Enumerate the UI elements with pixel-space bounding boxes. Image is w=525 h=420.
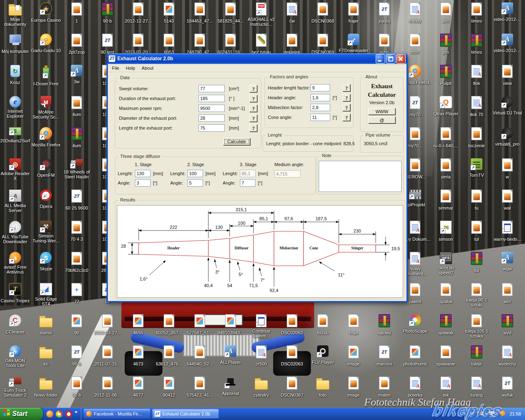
desktop-icon-184453-47[interactable]: 184453_47... bbox=[184, 2, 215, 24]
desktop-icon-6053[interactable]: 6053 bbox=[153, 34, 185, 55]
midsection-factor-input[interactable] bbox=[310, 104, 330, 111]
network-icon[interactable] bbox=[488, 411, 495, 416]
desktop-icon-4um[interactable]: 4um bbox=[61, 96, 92, 118]
desktop-icon-70-4-3[interactable]: 70 4 3 bbox=[61, 221, 92, 242]
menu-item-help[interactable]: Help bbox=[123, 65, 139, 71]
desktop-icon-5143[interactable]: 5143 bbox=[153, 2, 185, 24]
menu-item-file[interactable]: File bbox=[109, 65, 123, 71]
overflow-chevron-icon[interactable]: » bbox=[75, 409, 78, 415]
desktop-icon-wydechy[interactable]: Awydechy bbox=[492, 345, 523, 367]
cone-angle-input[interactable] bbox=[310, 114, 330, 121]
desktop-icon-2010-03-27[interactable]: 2010-03-27... bbox=[92, 314, 123, 336]
desktop-icon-wyfuk[interactable]: 2Twyfuk bbox=[492, 377, 523, 398]
desktop-icon-view[interactable]: view bbox=[492, 65, 523, 87]
desktop-icon-527587-51[interactable]: 527587_51... bbox=[184, 314, 215, 336]
desktop-icon-tuleja-105-1-sztuka[interactable]: tuleja 105 1 sztuka bbox=[461, 314, 492, 339]
diameter-of-the-exhaust-port-input[interactable] bbox=[199, 114, 225, 122]
email-button[interactable]: @ bbox=[368, 116, 395, 123]
desktop-icon-times[interactable]: times bbox=[461, 34, 492, 55]
desktop-icon-77[interactable]: ✈77 bbox=[61, 283, 92, 305]
help-button[interactable]: ? bbox=[342, 84, 350, 91]
desktop-icon-60252-357[interactable]: 60252_357... bbox=[153, 314, 185, 336]
desktop-icon-opera[interactable]: ↗Opera bbox=[30, 189, 62, 210]
tray-clock[interactable]: 21:58 bbox=[509, 411, 521, 416]
header-lenght-factor-input[interactable] bbox=[310, 84, 330, 91]
help-button[interactable]: ? bbox=[342, 104, 350, 111]
desktop-icon-248790-47[interactable]: 248790_47... bbox=[184, 34, 215, 55]
desktop-icon-2pt7zop[interactable]: 2pt7zop bbox=[61, 34, 92, 55]
desktop-icon-20dollars2surf[interactable]: $↗20Dollars2Surf bbox=[0, 127, 31, 144]
desktop-icon-simmar[interactable]: simmar bbox=[430, 189, 461, 211]
desktop-icon-2012-11-06[interactable]: 2012-11-06... bbox=[92, 377, 123, 398]
desktop-icon-asio4all-v2-instructio[interactable]: PDF↗ASIO4ALL v2 Instructio... bbox=[246, 2, 277, 27]
desktop-icon-581825-44[interactable]: 581825_44... bbox=[215, 2, 246, 24]
desktop-icon-3w[interactable]: A↗3w bbox=[61, 65, 92, 85]
desktop-icon-virtualdj-pro[interactable]: ♪↗virtualdj_pro bbox=[492, 127, 523, 147]
desktop-icon-polerka[interactable]: Apolerka bbox=[399, 377, 431, 398]
calculate-button[interactable]: Calculate bbox=[223, 138, 250, 145]
desktop-icon-matim[interactable]: matim bbox=[369, 377, 400, 398]
desktop-icon-video-2012[interactable]: A↗video-2012-... bbox=[492, 34, 523, 54]
lenght-of-the-exhaust-port-input[interactable] bbox=[199, 124, 225, 132]
desktop-icon-allplayer[interactable]: A↗ALLPlayer bbox=[215, 345, 246, 365]
desktop-icon-photothumb[interactable]: photothumb bbox=[399, 345, 431, 367]
desktop-icon-cylindry[interactable]: cylindry bbox=[246, 377, 277, 398]
desktop-icon-w[interactable]: w bbox=[492, 158, 523, 180]
help-button[interactable]: ? bbox=[249, 85, 257, 92]
desktop-icon-tek[interactable]: Atek bbox=[430, 377, 461, 398]
desktop-icon-70bf62c3c0[interactable]: 70bf62c3c0 bbox=[61, 252, 92, 274]
stage-2-lenght-input[interactable] bbox=[187, 170, 203, 177]
menu-item-about[interactable]: About bbox=[138, 65, 157, 71]
desktop-icon-90-b[interactable]: 2T90 b bbox=[61, 345, 92, 367]
duration-of-the-exhaust-port-input[interactable] bbox=[199, 95, 225, 102]
stage-3-angle-input[interactable] bbox=[240, 179, 256, 187]
desktop-icon-fiszuu[interactable]: fiszuu bbox=[307, 314, 338, 336]
desktop-icon-2012-12-27[interactable]: 2012-12-27... bbox=[123, 2, 154, 24]
desktop-icon-575423-41[interactable]: 575423_41... bbox=[184, 377, 215, 398]
desktop-icon-mcafee-security-sc[interactable]: M↗McAfee Security Sc... bbox=[30, 96, 62, 120]
swept-volume-input[interactable] bbox=[199, 85, 225, 92]
minimize-button[interactable] bbox=[376, 54, 385, 64]
avast-icon[interactable] bbox=[500, 411, 505, 416]
desktop-icon-m-j-komputer[interactable]: Mój komputer bbox=[0, 34, 31, 55]
language-indicator[interactable]: PL bbox=[469, 411, 475, 416]
desktop-icon-skype[interactable]: S↗Skype bbox=[30, 252, 62, 272]
desktop-icon-m-ody[interactable]: Amłody bbox=[399, 2, 431, 24]
desktop-icon-adobe-reader-x[interactable]: ◎↗Adobe Reader X bbox=[0, 158, 31, 182]
desktop-icon-90412[interactable]: 90412 bbox=[153, 377, 185, 398]
desktop-icon-4um[interactable]: 4um bbox=[61, 127, 92, 149]
desktop-icon-cr500[interactable]: Acr500 bbox=[246, 345, 277, 367]
desktop-icon-90[interactable]: 90 bbox=[61, 314, 92, 336]
desktop-icon-544540-52[interactable]: 544540_52... bbox=[184, 345, 215, 367]
desktop-icon-wgw[interactable]: A↗wgw bbox=[492, 252, 523, 272]
start-button[interactable]: Start bbox=[0, 408, 43, 420]
desktop-icon-solid-edge-st4[interactable]: ◢↗Solid Edge ST4 bbox=[30, 283, 62, 307]
desktop-icon-ru-0-r-640[interactable]: ru-0-r-640,... bbox=[430, 127, 461, 149]
stage-1-angle-input[interactable] bbox=[135, 179, 151, 187]
desktop-icon-t-ok-70[interactable]: Atłok 70 bbox=[461, 96, 492, 118]
desktop-icon-simson[interactable]: 76↗simson bbox=[430, 221, 461, 242]
desktop-icon-virtual-dj-trial[interactable]: ♪↗Virtual DJ Trial bbox=[492, 96, 523, 116]
desktop-icon-image[interactable]: image bbox=[338, 345, 369, 367]
desktop-icon-90-b[interactable]: 90 b bbox=[92, 2, 123, 24]
desktop-icon-i-doser-free[interactable]: ↗I-Doser Free bbox=[30, 65, 62, 87]
desktop-icon-torntv[interactable]: ↗TornTV bbox=[461, 158, 492, 178]
desktop-icon-video-2012[interactable]: A↗video-2012-... bbox=[492, 2, 523, 23]
desktop-icon-spawak[interactable]: spawak bbox=[430, 314, 461, 336]
desktop-icon-4655[interactable]: 4655 bbox=[123, 314, 154, 336]
header-angle-input[interactable] bbox=[310, 94, 330, 101]
desktop-icon-qtrax-player[interactable]: Q↗Qtrax Player bbox=[430, 96, 461, 117]
help-button[interactable]: ? bbox=[249, 114, 257, 122]
desktop-icon-tul[interactable]: tul bbox=[461, 221, 492, 242]
desktop-icon-photoscape[interactable]: ↗PhotoScape bbox=[399, 314, 431, 334]
desktop-icon-2011-07-15[interactable]: 2011-07-15... bbox=[92, 345, 123, 367]
desktop-icon-casino-tropez[interactable]: T↗Casino Tropez bbox=[0, 283, 31, 304]
desktop-icon-openfm[interactable]: ↗OpenFM bbox=[30, 158, 62, 178]
desktop-icon-tul[interactable]: tul bbox=[461, 252, 492, 274]
task-button-exhaust-calculator-2-0b[interactable]: 2TExhaust Calculator 2.0b bbox=[152, 409, 219, 418]
desktop-icon-18-wheels-of-steel-haulin[interactable]: ↗18 Wheels of Steel Haulin bbox=[61, 158, 92, 180]
desktop-icon-w[interactable]: Aćw bbox=[276, 2, 308, 24]
desktop-icon-60-25-9600[interactable]: 2T60 25 9600 bbox=[61, 189, 92, 211]
desktop-icon-tuleje[interactable]: tuleje bbox=[461, 345, 492, 367]
desktop-icon-appshat[interactable]: ↗AppsHat bbox=[215, 377, 246, 397]
